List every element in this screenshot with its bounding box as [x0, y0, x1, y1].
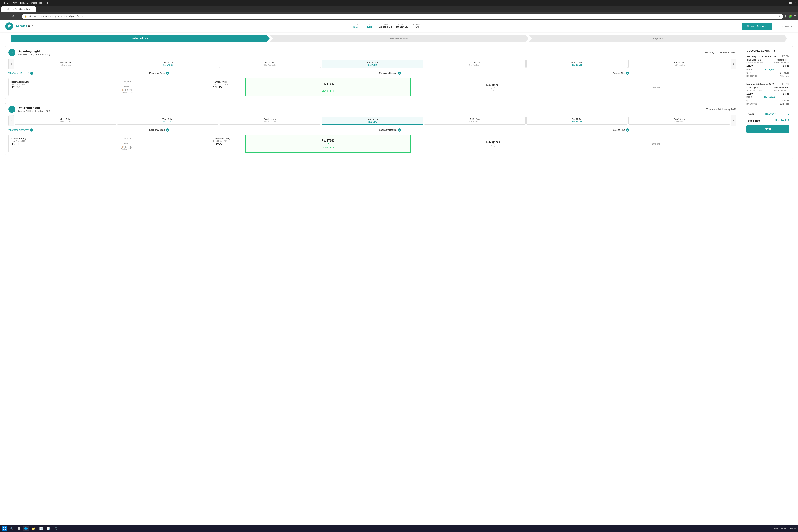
diff-info-icon: i	[30, 72, 33, 75]
dep-date-5[interactable]: Mon 27 Dec Rs. 17,142	[526, 60, 628, 68]
ret-flight-middle: 1 hr 25 m ✈ Direct 📋 ER 725 Boeing 7	[44, 135, 210, 153]
ret-date-1[interactable]: Tue 18 Jan Rs. 17,142	[117, 116, 218, 125]
dep-from-airport: Benazir Intl. Airport	[746, 61, 763, 64]
forward-btn[interactable]: ›	[6, 14, 9, 19]
plane-depart-icon: ✈	[11, 51, 13, 54]
taskbar-spotify-app[interactable]: 🎵	[53, 526, 59, 531]
search-icon: 🔍	[746, 25, 750, 28]
help-menu[interactable]: Help	[45, 2, 50, 4]
taskbar-file-explorer[interactable]: 📁	[31, 526, 37, 531]
ret-summary-date-row: Monday, 24 January 2022 ER 725	[746, 83, 789, 86]
ret-sold-out-text: Sold out	[652, 142, 660, 145]
ret-flight-code: 📋 ER 725	[122, 146, 132, 148]
ret-aircraft-icon: ✈	[131, 148, 133, 150]
returning-date-selector: ‹ Mon 17 Jan Not Available Tue 18 Jan Rs…	[8, 115, 737, 126]
ret-date-prev-btn[interactable]: ‹	[8, 115, 14, 126]
windows-start-btn[interactable]	[2, 526, 7, 531]
main-layout: ✈ Departing flight Islamabad (ISB) - Kar…	[0, 42, 798, 163]
maximize-btn[interactable]: ⬜	[789, 2, 792, 4]
active-tab[interactable]: ✈ Serene Air - Select flight ✕	[1, 6, 36, 12]
new-tab-btn[interactable]: +	[37, 7, 41, 11]
dep-economy-basic-option[interactable]: Rs. 17142 ✓ Lowest Price!	[245, 78, 411, 96]
view-menu[interactable]: View	[13, 2, 17, 4]
excel-icon: 📊	[39, 527, 43, 530]
dep-line-left	[46, 84, 125, 84]
ret-economy-regular-option[interactable]: Rs. 19,765	[411, 135, 576, 153]
ret-date-6[interactable]: Sun 23 Jan Not Available	[628, 116, 730, 125]
home-btn[interactable]: ⌂	[17, 14, 21, 19]
whats-diff-link[interactable]: What's the difference? i	[8, 72, 44, 75]
ret-qty-value: 2 x adults	[780, 99, 789, 102]
taskbar: 🔍 ⬜ 🌐 📁 📊 📑 🎵 ENG 3:29 PM 7/16/2020	[0, 525, 798, 532]
ret-whats-diff-text: What's the difference?	[8, 129, 30, 131]
dep-flight-type: Direct	[124, 86, 130, 88]
browser-titlebar: File Edit View History Bookmarks Tools H…	[0, 0, 798, 6]
dep-date-0[interactable]: Wed 22 Dec Not Available	[15, 60, 116, 68]
extensions-icon[interactable]: 🧩	[788, 15, 792, 18]
taskbar-powerpoint-app[interactable]: 📑	[45, 526, 52, 531]
history-menu[interactable]: History	[19, 2, 25, 4]
task-view-btn[interactable]: ⬜	[16, 526, 22, 531]
dep-serene-plus-soldout: Sold out	[576, 78, 736, 96]
modify-search-button[interactable]: 🔍 Modify Search	[742, 22, 773, 30]
powerpoint-icon: 📑	[46, 527, 50, 530]
next-button[interactable]: Next	[746, 125, 789, 133]
passengers-value: 04	[412, 25, 422, 29]
dep-fare-label: FARE	[746, 68, 752, 71]
returning-flight-card: ✈ Returning flight Karachi (KHI) - Islam…	[5, 103, 740, 156]
step-payment: Payment	[529, 35, 787, 42]
back-btn[interactable]: ‹	[2, 14, 5, 19]
bookmarks-menu[interactable]: Bookmarks	[27, 2, 37, 4]
menu-bar: File Edit View History Bookmarks Tools H…	[2, 2, 50, 4]
ret-to-time: 13:55	[213, 142, 242, 146]
departing-date-selector: ‹ Wed 22 Dec Not Available Thu 23 Dec Rs…	[8, 58, 737, 69]
dep-qty-label: QTY.	[746, 72, 751, 74]
tab-close-icon[interactable]: ✕	[32, 8, 34, 10]
window-controls: — ⬜ ✕	[784, 2, 796, 4]
edit-menu[interactable]: Edit	[7, 2, 11, 4]
dep-date-1[interactable]: Thu 23 Dec Rs. 17,142	[117, 60, 218, 68]
refresh-btn[interactable]: ↺	[11, 14, 15, 19]
date-next-btn[interactable]: ›	[731, 58, 737, 69]
ret-economy-basic-option[interactable]: Rs. 17142 ✓ Lowest Price!	[245, 135, 411, 153]
ret-date-0[interactable]: Mon 17 Jan Not Available	[15, 116, 116, 125]
close-btn[interactable]: ✕	[795, 2, 796, 4]
save-icon[interactable]: ⬇	[784, 15, 787, 18]
file-menu[interactable]: File	[2, 2, 5, 4]
swap-icon[interactable]: ⇄	[361, 26, 363, 29]
taskbar-excel-app[interactable]: 📊	[38, 526, 44, 531]
dep-date-6[interactable]: Tue 28 Dec Not Available	[628, 60, 730, 68]
ret-date-3-selected[interactable]: Thu 20 Jan Rs. 17,142	[322, 116, 423, 125]
serene-plus-header: Serene Plus i	[506, 72, 737, 75]
dep-from-time: 15:30	[11, 85, 41, 89]
ret-fare-chevron-icon: ▲	[787, 96, 789, 99]
departing-flight-header: ✈ Departing flight Islamabad (ISB) - Kar…	[8, 49, 737, 56]
plane-return-icon: ✈	[11, 107, 13, 111]
ret-from-date: Thu, 20 Jan 2022	[11, 140, 41, 142]
menu-icon[interactable]: ☰	[794, 15, 796, 18]
address-bar[interactable]: 🔒 https://serene-production-ezycommerce.…	[22, 14, 783, 19]
currency-selector[interactable]: Rs. PKR ▼	[781, 25, 793, 28]
ret-summary-date: Monday, 24 January 2022	[746, 83, 774, 86]
dep-date-2[interactable]: Fri 24 Dec Not Available	[219, 60, 321, 68]
minimize-btn[interactable]: —	[784, 2, 786, 4]
search-taskbar-btn[interactable]: 🔍	[9, 526, 15, 531]
dep-summary-section: Saturday, 25 December 2021 ER 724 Islama…	[746, 55, 789, 80]
ret-date-next-btn[interactable]: ›	[731, 115, 737, 126]
tools-menu[interactable]: Tools	[39, 2, 44, 4]
dep-fare-row: FARE Rs. 8,906 ▲	[746, 68, 789, 71]
date-prev-btn[interactable]: ‹	[8, 58, 14, 69]
dep-economy-regular-option[interactable]: Rs. 19,765	[411, 78, 576, 96]
ret-flight-dest: Islamabad (ISB) Thu, 20 Jan 2022 13:55	[210, 135, 245, 153]
dep-summary-times: 15:30 14:45	[746, 64, 789, 67]
ret-date-5[interactable]: Sat 22 Jan Rs. 17,142	[526, 116, 628, 125]
returning-title: Returning flight	[18, 106, 50, 110]
dep-date-3-selected[interactable]: Sat 25 Dec Rs. 17,142	[322, 60, 423, 68]
ret-date-4[interactable]: Fri 21 Jan Not Available	[424, 116, 526, 125]
passengers-label: Passengers	[412, 23, 422, 25]
departing-date-items: Wed 22 Dec Not Available Thu 23 Dec Rs. …	[15, 60, 730, 68]
ret-whats-diff-link[interactable]: What's the difference? i	[8, 128, 44, 132]
dep-date-4[interactable]: Sun 26 Dec Not Available	[424, 60, 526, 68]
taskbar-chrome-app[interactable]: 🌐	[23, 526, 29, 531]
ret-date-2[interactable]: Wed 19 Jan Not Available	[219, 116, 321, 125]
